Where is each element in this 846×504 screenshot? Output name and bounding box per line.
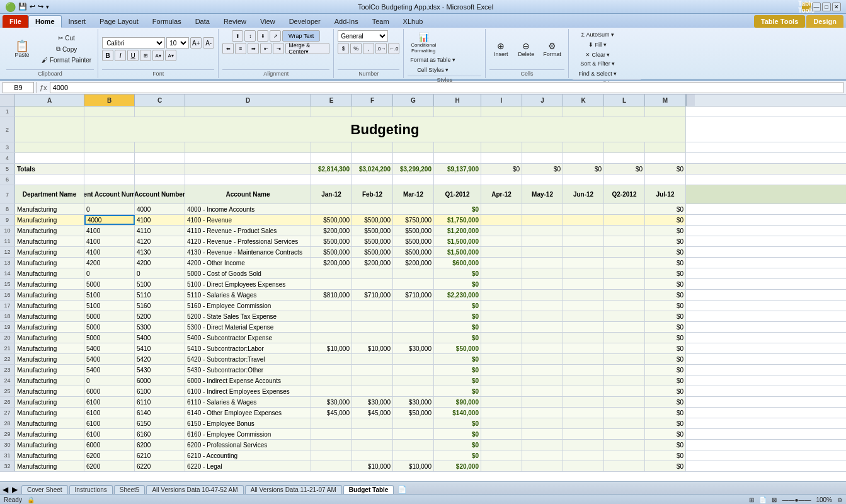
cell-mar-9[interactable]: $750,000 xyxy=(393,215,434,225)
cell-parent-26[interactable]: 6100 xyxy=(84,397,135,407)
font-size-select[interactable]: 10 xyxy=(166,37,189,49)
cell-q1-10[interactable]: $1,200,000 xyxy=(434,226,481,236)
cell-jan-17[interactable] xyxy=(311,301,352,311)
cell-acct-28[interactable]: 6150 xyxy=(135,418,185,428)
cell-jun-16[interactable] xyxy=(563,290,604,300)
cell-q2-24[interactable] xyxy=(604,375,645,386)
cell-apr-22[interactable] xyxy=(481,354,522,364)
cell-q1-24[interactable]: $0 xyxy=(434,375,481,386)
cell-q1-31[interactable]: $0 xyxy=(434,450,481,461)
cell-jun-20[interactable] xyxy=(563,333,604,343)
cell-q2-26[interactable] xyxy=(604,397,645,407)
tab-xlhub[interactable]: XLhub xyxy=(396,15,430,28)
cell-q2-23[interactable] xyxy=(604,365,645,375)
cell-name-28[interactable]: 6150 - Employee Bonus xyxy=(185,418,311,428)
autosum-button[interactable]: Σ AutoSum ▾ xyxy=(573,30,623,39)
cell-name-9[interactable]: 4100 - Revenue xyxy=(185,215,311,225)
col-header-mar[interactable]: Mar-12 xyxy=(393,185,434,203)
grid-container[interactable]: 1 2 Budgeting xyxy=(0,106,846,481)
col-header-d[interactable]: D xyxy=(185,94,311,106)
cell-dept-16[interactable]: Manufacturing xyxy=(15,290,84,300)
cell-parent-12[interactable]: 4100 xyxy=(84,247,135,257)
cell-acct-9[interactable]: 4100 xyxy=(135,215,185,225)
cell-mar-17[interactable] xyxy=(393,301,434,311)
cell-d1[interactable] xyxy=(185,106,311,117)
cell-dept-8[interactable]: Manufacturing xyxy=(15,204,84,214)
cell-q1-19[interactable]: $0 xyxy=(434,322,481,332)
cell-jan-28[interactable] xyxy=(311,418,352,428)
cell-jul-15[interactable]: $0 xyxy=(645,279,686,289)
cell-b1[interactable] xyxy=(84,106,135,117)
cell-may-12[interactable] xyxy=(522,247,563,257)
sheet-tab-sheet5[interactable]: Sheet5 xyxy=(114,485,146,494)
cell-jul-22[interactable]: $0 xyxy=(645,354,686,364)
cell-acct-16[interactable]: 5110 xyxy=(135,290,185,300)
cell-apr-30[interactable] xyxy=(481,440,522,450)
cell-apr-16[interactable] xyxy=(481,290,522,300)
col-header-k[interactable]: K xyxy=(563,94,604,106)
cell-parent-17[interactable]: 5100 xyxy=(84,301,135,311)
italic-button[interactable]: I xyxy=(115,50,126,61)
cell-parent-29[interactable]: 6100 xyxy=(84,429,135,439)
cell-d3[interactable] xyxy=(185,142,311,152)
cell-q1-27[interactable]: $140,000 xyxy=(434,408,481,418)
cell-q2-14[interactable] xyxy=(604,268,645,278)
cell-e3[interactable] xyxy=(311,142,352,152)
cell-b4[interactable] xyxy=(84,153,135,163)
cell-m3[interactable] xyxy=(645,142,686,152)
cell-q2-29[interactable] xyxy=(604,429,645,439)
sheet-nav-left[interactable]: ◀ xyxy=(3,485,8,494)
insert-button[interactable]: ⊕ Insert xyxy=(489,32,512,67)
cell-f1[interactable] xyxy=(352,106,393,117)
cell-jan-16[interactable]: $810,000 xyxy=(311,290,352,300)
quick-save-icon[interactable]: 💾 xyxy=(18,3,27,11)
cell-q1-11[interactable]: $1,500,000 xyxy=(434,236,481,246)
col-header-l[interactable]: L xyxy=(604,94,645,106)
formula-input[interactable] xyxy=(50,82,843,93)
cell-jun-19[interactable] xyxy=(563,322,604,332)
cell-q1-17[interactable]: $0 xyxy=(434,301,481,311)
cell-may-13[interactable] xyxy=(522,258,563,268)
cell-a3[interactable] xyxy=(15,142,84,152)
cell-acct-11[interactable]: 4120 xyxy=(135,236,185,246)
cell-name-18[interactable]: 5200 - State Sales Tax Expense xyxy=(185,311,311,321)
tab-team[interactable]: Team xyxy=(365,15,396,28)
cell-jun-18[interactable] xyxy=(563,311,604,321)
cell-j5[interactable]: $0 xyxy=(522,164,563,174)
indent-decrease-button[interactable]: ⇤ xyxy=(260,43,272,54)
cell-mar-25[interactable] xyxy=(393,386,434,396)
tab-insert[interactable]: Insert xyxy=(62,15,93,28)
cell-name-13[interactable]: 4200 - Other Income xyxy=(185,258,311,268)
cell-a5-totals[interactable]: Totals xyxy=(15,164,84,174)
cell-jan-29[interactable] xyxy=(311,429,352,439)
cell-dept-20[interactable]: Manufacturing xyxy=(15,333,84,343)
cell-may-14[interactable] xyxy=(522,268,563,278)
col-header-b[interactable]: B xyxy=(84,94,135,106)
increase-decimal-button[interactable]: .0→ xyxy=(375,43,387,54)
cell-parent-14[interactable]: 0 xyxy=(84,268,135,278)
cell-jul-32[interactable]: $0 xyxy=(645,461,686,471)
cell-q2-32[interactable] xyxy=(604,461,645,471)
sheet-tab-versions2[interactable]: All Versions Data 11-21-07 AM xyxy=(245,485,342,494)
cell-e5[interactable]: $2,814,300 xyxy=(311,164,352,174)
cell-acct-30[interactable]: 6200 xyxy=(135,440,185,450)
cell-dept-29[interactable]: Manufacturing xyxy=(15,429,84,439)
cell-jun-21[interactable] xyxy=(563,343,604,353)
cell-jul-20[interactable]: $0 xyxy=(645,333,686,343)
cell-mar-18[interactable] xyxy=(393,311,434,321)
cell-jul-23[interactable]: $0 xyxy=(645,365,686,375)
cell-q1-29[interactable]: $0 xyxy=(434,429,481,439)
cell-apr-13[interactable] xyxy=(481,258,522,268)
cell-q1-26[interactable]: $90,000 xyxy=(434,397,481,407)
cell-q1-18[interactable]: $0 xyxy=(434,311,481,321)
cell-q2-28[interactable] xyxy=(604,418,645,428)
cell-name-11[interactable]: 4120 - Revenue - Professional Services xyxy=(185,236,311,246)
cell-may-32[interactable] xyxy=(522,461,563,471)
cell-jul-12[interactable]: $0 xyxy=(645,247,686,257)
sort-filter-button[interactable]: Sort & Filter ▾ xyxy=(573,59,623,68)
format-as-table-button[interactable]: Format as Table ▾ xyxy=(408,55,458,64)
cell-mar-8[interactable] xyxy=(393,204,434,214)
cell-name-24[interactable]: 6000 - Indirect Expense Accounts xyxy=(185,375,311,386)
cell-q1-8[interactable]: $0 xyxy=(434,204,481,214)
cell-jan-15[interactable] xyxy=(311,279,352,289)
